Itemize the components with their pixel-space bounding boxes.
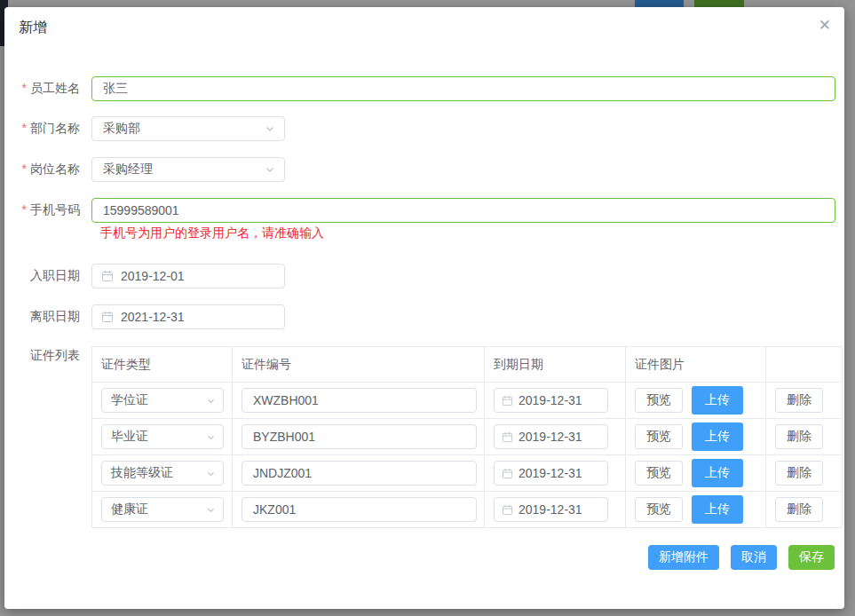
upload-button[interactable]: 上传 bbox=[692, 423, 743, 451]
employee-name-label-text: 员工姓名 bbox=[30, 81, 80, 95]
col-header-cert-image: 证件图片 bbox=[626, 347, 766, 382]
department-row: *部门名称 采购部 bbox=[4, 116, 844, 141]
expiry-date-input[interactable]: 2019-12-31 bbox=[494, 497, 608, 522]
certificates-header-row: 证件类型 证件编号 到期日期 证件图片 bbox=[92, 347, 842, 383]
department-select[interactable]: 采购部 bbox=[91, 116, 285, 141]
calendar-icon bbox=[502, 468, 513, 479]
col-header-expiry-date: 到期日期 bbox=[485, 347, 626, 382]
expiry-date-value: 2019-12-31 bbox=[519, 393, 582, 407]
col-header-cert-type: 证件类型 bbox=[92, 347, 233, 382]
leave-date-label: 离职日期 bbox=[4, 309, 80, 325]
position-label: *岗位名称 bbox=[4, 162, 80, 178]
required-asterisk: * bbox=[22, 81, 27, 95]
col-header-actions bbox=[766, 347, 842, 382]
delete-button[interactable]: 删除 bbox=[775, 388, 823, 413]
hire-date-label: 入职日期 bbox=[4, 268, 80, 284]
phone-hint: 手机号为用户的登录用户名，请准确输入 bbox=[100, 225, 324, 241]
phone-label-text: 手机号码 bbox=[30, 202, 80, 217]
cert-number-input[interactable] bbox=[241, 461, 477, 486]
preview-button[interactable]: 预览 bbox=[635, 388, 683, 413]
hire-date-row: 入职日期 2019-12-01 bbox=[4, 264, 844, 288]
chevron-down-icon bbox=[206, 396, 216, 406]
required-asterisk: * bbox=[22, 121, 27, 135]
position-label-text: 岗位名称 bbox=[30, 162, 80, 176]
cert-type-value: 学位证 bbox=[111, 392, 148, 408]
chevron-down-icon bbox=[206, 505, 216, 515]
chevron-down-icon bbox=[265, 164, 275, 175]
expiry-date-value: 2019-12-31 bbox=[519, 430, 582, 444]
delete-button[interactable]: 删除 bbox=[775, 424, 823, 449]
hire-date-value: 2019-12-01 bbox=[121, 269, 185, 283]
department-select-value: 采购部 bbox=[103, 121, 140, 137]
delete-button[interactable]: 删除 bbox=[775, 461, 823, 486]
cert-type-select[interactable]: 毕业证 bbox=[101, 424, 224, 449]
department-label-text: 部门名称 bbox=[30, 121, 80, 135]
hire-date-input[interactable]: 2019-12-01 bbox=[91, 264, 285, 288]
employee-name-input[interactable] bbox=[91, 76, 835, 101]
calendar-icon bbox=[502, 504, 513, 516]
preview-button[interactable]: 预览 bbox=[635, 424, 683, 449]
expiry-date-input[interactable]: 2019-12-31 bbox=[494, 461, 608, 486]
cancel-button[interactable]: 取消 bbox=[731, 545, 777, 570]
expiry-date-input[interactable]: 2019-12-31 bbox=[494, 388, 608, 413]
preview-button[interactable]: 预览 bbox=[635, 461, 683, 486]
cert-type-select[interactable]: 健康证 bbox=[101, 497, 224, 522]
position-row: *岗位名称 采购经理 bbox=[4, 157, 844, 182]
required-asterisk: * bbox=[22, 162, 27, 176]
certificate-row: 技能等级证 2019-12-31 预览 上传 删除 bbox=[92, 455, 842, 492]
certificates-table: 证件类型 证件编号 到期日期 证件图片 学位证 2019-12-31 bbox=[91, 346, 843, 528]
department-label: *部门名称 bbox=[4, 121, 80, 137]
certificate-row: 学位证 2019-12-31 预览 上传 删除 bbox=[92, 383, 842, 419]
upload-button[interactable]: 上传 bbox=[692, 386, 743, 415]
chevron-down-icon bbox=[206, 432, 216, 442]
cert-type-value: 毕业证 bbox=[111, 429, 148, 445]
cert-type-select[interactable]: 学位证 bbox=[101, 388, 224, 413]
calendar-icon bbox=[502, 395, 513, 407]
dialog-title: 新增 bbox=[19, 19, 47, 37]
leave-date-input[interactable]: 2021-12-31 bbox=[91, 304, 285, 329]
position-select-value: 采购经理 bbox=[103, 162, 153, 178]
delete-button[interactable]: 删除 bbox=[775, 497, 823, 522]
calendar-icon bbox=[101, 270, 114, 282]
expiry-date-value: 2019-12-31 bbox=[519, 502, 582, 517]
hire-date-label-text: 入职日期 bbox=[30, 268, 80, 282]
phone-label: *手机号码 bbox=[4, 202, 80, 218]
position-select[interactable]: 采购经理 bbox=[91, 157, 285, 182]
phone-input[interactable] bbox=[91, 198, 835, 223]
employee-name-label: *员工姓名 bbox=[4, 81, 80, 97]
add-dialog: 新增 ✕ *员工姓名 *部门名称 采购部 *岗位名称 采购经理 *手机号码 手机… bbox=[4, 7, 844, 609]
cert-number-input[interactable] bbox=[241, 497, 477, 522]
certificates-label: 证件列表 bbox=[4, 348, 80, 364]
dialog-footer: 新增附件 取消 保存 bbox=[648, 545, 835, 570]
save-button[interactable]: 保存 bbox=[788, 545, 835, 570]
cert-type-value: 健康证 bbox=[111, 501, 148, 517]
preview-button[interactable]: 预览 bbox=[635, 497, 683, 522]
leave-date-row: 离职日期 2021-12-31 bbox=[4, 304, 844, 329]
calendar-icon bbox=[101, 311, 114, 323]
cert-number-input[interactable] bbox=[241, 388, 477, 413]
add-attachment-button[interactable]: 新增附件 bbox=[648, 545, 719, 570]
chevron-down-icon bbox=[265, 123, 275, 134]
col-header-cert-number: 证件编号 bbox=[233, 347, 485, 382]
phone-row: *手机号码 bbox=[4, 198, 844, 223]
expiry-date-input[interactable]: 2019-12-31 bbox=[494, 424, 608, 449]
employee-name-row: *员工姓名 bbox=[4, 76, 844, 101]
upload-button[interactable]: 上传 bbox=[692, 495, 743, 524]
leave-date-label-text: 离职日期 bbox=[30, 309, 80, 323]
chevron-down-icon bbox=[206, 469, 216, 478]
certificate-row: 毕业证 2019-12-31 预览 上传 删除 bbox=[92, 419, 842, 455]
cert-number-input[interactable] bbox=[241, 424, 477, 449]
calendar-icon bbox=[502, 431, 513, 443]
expiry-date-value: 2019-12-31 bbox=[519, 466, 582, 480]
required-asterisk: * bbox=[22, 202, 27, 217]
upload-button[interactable]: 上传 bbox=[692, 459, 743, 487]
cert-type-value: 技能等级证 bbox=[111, 465, 173, 481]
leave-date-value: 2021-12-31 bbox=[121, 310, 185, 324]
cert-type-select[interactable]: 技能等级证 bbox=[101, 461, 224, 486]
close-icon[interactable]: ✕ bbox=[819, 17, 831, 35]
certificate-row: 健康证 2019-12-31 预览 上传 删除 bbox=[92, 492, 842, 527]
